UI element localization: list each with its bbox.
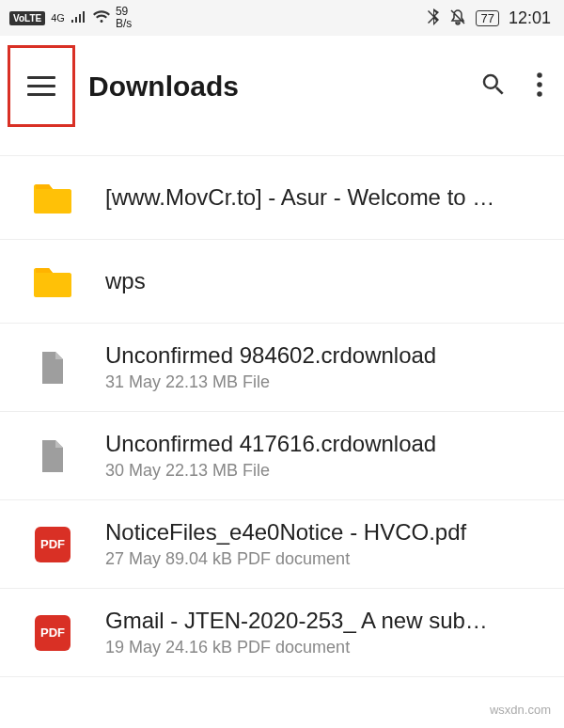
volte-badge: VoLTE: [9, 11, 45, 25]
file-name: Gmail - JTEN-2020-253_ A new sub…: [105, 608, 545, 634]
svg-point-0: [537, 72, 542, 78]
pdf-badge: PDF: [35, 527, 70, 562]
file-name: wps: [105, 268, 545, 294]
file-meta: 19 May 24.16 kB PDF document: [105, 638, 545, 657]
wifi-icon: [93, 10, 110, 26]
pdf-icon: PDF: [28, 527, 77, 562]
file-list: [www.MovCr.to] - Asur - Welcome to … wps…: [0, 155, 564, 677]
watermark: wsxdn.com: [490, 703, 551, 717]
clock: 12:01: [509, 8, 551, 28]
app-bar: Downloads: [0, 36, 564, 136]
file-body: Gmail - JTEN-2020-253_ A new sub… 19 May…: [105, 608, 545, 657]
file-body: [www.MovCr.to] - Asur - Welcome to …: [105, 184, 545, 211]
file-name: Unconfirmed 984602.crdownload: [105, 342, 545, 369]
list-item[interactable]: PDF NoticeFiles_e4e0Notice - HVCO.pdf 27…: [0, 500, 564, 589]
file-body: Unconfirmed 984602.crdownload 31 May 22.…: [105, 342, 545, 392]
list-item[interactable]: Unconfirmed 417616.crdownload 30 May 22.…: [0, 412, 564, 500]
pdf-icon: PDF: [28, 615, 77, 651]
battery-indicator: 77: [476, 10, 498, 26]
menu-highlight-box: [8, 45, 75, 127]
speed-unit: B/s: [116, 18, 132, 30]
svg-point-1: [537, 82, 542, 87]
file-body: Unconfirmed 417616.crdownload 30 May 22.…: [105, 431, 545, 481]
file-meta: 27 May 89.04 kB PDF document: [105, 549, 545, 569]
svg-point-2: [537, 91, 542, 97]
folder-icon: [28, 259, 77, 304]
list-item[interactable]: Unconfirmed 984602.crdownload 31 May 22.…: [0, 324, 564, 412]
page-title: Downloads: [88, 71, 459, 103]
file-body: wps: [105, 268, 545, 294]
network-label: 4G: [51, 13, 65, 24]
file-icon: [28, 438, 77, 474]
list-item[interactable]: PDF Gmail - JTEN-2020-253_ A new sub… 19…: [0, 589, 564, 677]
folder-icon: [28, 175, 77, 220]
file-name: [www.MovCr.to] - Asur - Welcome to …: [105, 184, 545, 211]
status-left: VoLTE 4G 59 B/s: [9, 6, 132, 30]
file-icon: [28, 350, 77, 386]
mute-icon: [449, 8, 466, 28]
status-bar: VoLTE 4G 59 B/s 77 12:01: [0, 0, 564, 36]
status-right: 77 12:01: [427, 8, 551, 28]
hamburger-menu-icon[interactable]: [27, 76, 55, 96]
more-options-button[interactable]: [528, 63, 551, 110]
signal-icon: [70, 10, 87, 26]
network-speed: 59 B/s: [116, 6, 132, 30]
list-item[interactable]: [www.MovCr.to] - Asur - Welcome to …: [0, 155, 564, 240]
file-meta: 31 May 22.13 MB File: [105, 372, 545, 392]
file-name: Unconfirmed 417616.crdownload: [105, 431, 545, 457]
bluetooth-icon: [427, 8, 440, 28]
file-name: NoticeFiles_e4e0Notice - HVCO.pdf: [105, 519, 545, 546]
list-item[interactable]: wps: [0, 240, 564, 324]
search-button[interactable]: [472, 63, 515, 110]
pdf-badge: PDF: [35, 615, 70, 651]
file-meta: 30 May 22.13 MB File: [105, 461, 545, 481]
search-icon: [479, 71, 508, 99]
kebab-menu-icon: [536, 71, 543, 99]
file-body: NoticeFiles_e4e0Notice - HVCO.pdf 27 May…: [105, 519, 545, 569]
